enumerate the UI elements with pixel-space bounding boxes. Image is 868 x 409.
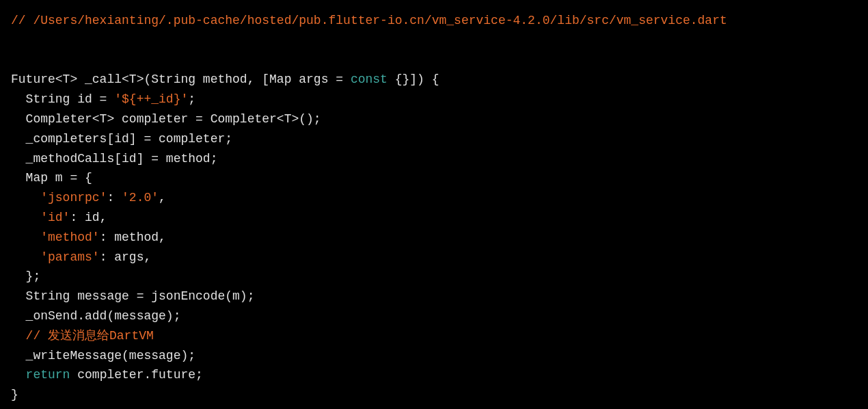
code-line xyxy=(11,250,40,264)
keyword-const: const xyxy=(351,72,388,86)
string-literal: '${++_id}' xyxy=(114,92,188,106)
string-key: 'method' xyxy=(40,230,99,244)
code-block: // /Users/hexianting/.pub-cache/hosted/p… xyxy=(11,11,857,405)
comment-send-message: // 发送消息给DartVM xyxy=(26,329,154,343)
code-line: : method, xyxy=(100,230,166,244)
code-line: } xyxy=(11,388,18,401)
code-line: : xyxy=(107,191,122,204)
code-line: , xyxy=(159,191,166,204)
code-line: String message = jsonEncode(m); xyxy=(11,289,254,303)
string-value: '2.0' xyxy=(122,191,159,204)
string-key: 'id' xyxy=(40,211,70,224)
code-line: }; xyxy=(11,269,40,283)
file-path-comment: // /Users/hexianting/.pub-cache/hosted/p… xyxy=(11,14,727,27)
code-line: {}]) { xyxy=(388,72,439,86)
code-line: _writeMessage(message); xyxy=(11,349,195,362)
code-line: _onSend.add(message); xyxy=(11,309,180,323)
code-line xyxy=(11,191,40,204)
code-line: Completer<T> completer = Completer<T>(); xyxy=(11,112,321,126)
code-line xyxy=(11,329,26,343)
code-line: : id, xyxy=(70,211,107,224)
code-line: completer.future; xyxy=(70,368,202,382)
code-line: String id = xyxy=(11,92,114,106)
code-line: _methodCalls[id] = method; xyxy=(11,152,217,166)
string-key: 'jsonrpc' xyxy=(40,191,107,204)
code-line xyxy=(11,368,26,382)
code-line: Map m = { xyxy=(11,171,92,185)
code-line: : args, xyxy=(100,250,152,264)
keyword-return: return xyxy=(26,368,70,382)
code-line: Future<T> _call<T>(String method, [Map a… xyxy=(11,72,351,86)
code-line xyxy=(11,230,40,244)
code-line xyxy=(11,211,40,224)
code-line: _completers[id] = completer; xyxy=(11,132,232,146)
string-key: 'params' xyxy=(40,250,99,264)
code-line: ; xyxy=(188,92,195,106)
